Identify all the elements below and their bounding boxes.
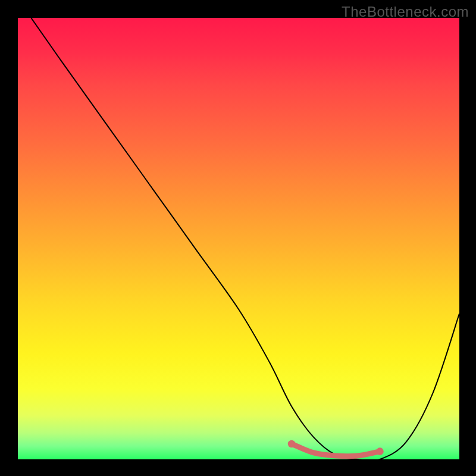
chart-svg — [18, 18, 459, 459]
bottleneck-curve-line — [31, 18, 459, 459]
optimal-range-line — [292, 444, 380, 456]
watermark-text: TheBottleneck.com — [342, 4, 469, 20]
optimal-end-dot — [376, 447, 384, 455]
chart-plot-area — [18, 18, 459, 459]
optimal-start-dot — [288, 440, 296, 448]
